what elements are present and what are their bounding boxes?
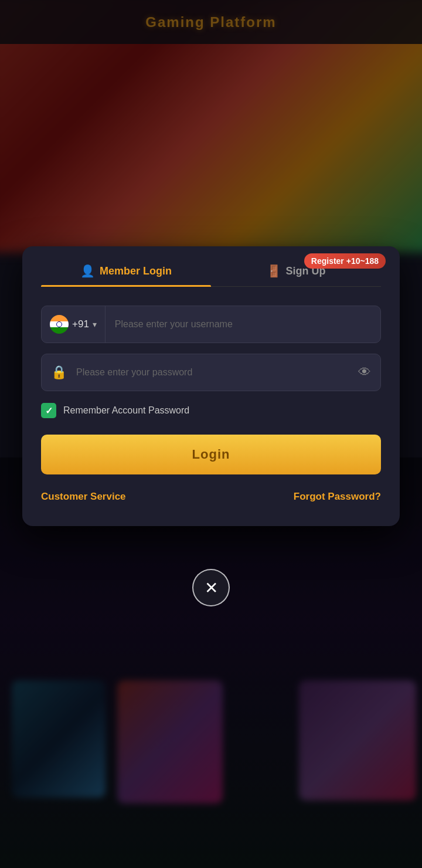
remember-label: Remember Account Password	[63, 405, 189, 416]
password-input[interactable]	[76, 354, 349, 391]
tab-login[interactable]: 👤 Member Login	[41, 264, 211, 286]
forgot-password-link[interactable]: Forgot Password?	[294, 491, 381, 503]
member-icon: 👤	[80, 264, 95, 278]
footer-links: Customer Service Forgot Password?	[41, 491, 381, 503]
username-group: +91 ▾	[41, 306, 381, 343]
close-button[interactable]: ✕	[192, 569, 230, 606]
signup-icon: 🚪	[267, 264, 281, 278]
flag-mid	[50, 321, 69, 328]
close-icon: ✕	[205, 578, 218, 598]
chevron-down-icon: ▾	[93, 320, 97, 329]
lock-icon: 🔒	[42, 365, 76, 380]
remember-checkbox[interactable]	[41, 403, 56, 418]
customer-service-link[interactable]: Customer Service	[41, 491, 126, 503]
remember-row: Remember Account Password	[41, 403, 381, 418]
india-flag	[50, 315, 69, 334]
tab-signup[interactable]: 🚪 Sign Up Register +10~188	[211, 264, 381, 286]
flag-top	[50, 315, 69, 321]
country-code: +91	[72, 318, 89, 330]
auth-tabs: 👤 Member Login 🚪 Sign Up Register +10~18…	[41, 264, 381, 287]
flag-bot	[50, 327, 69, 334]
country-selector[interactable]: +91 ▾	[42, 306, 106, 343]
tab-login-label: Member Login	[100, 265, 172, 277]
username-input[interactable]	[106, 306, 380, 343]
login-button[interactable]: Login	[41, 435, 381, 474]
password-group: 🔒 👁	[41, 354, 381, 391]
register-badge: Register +10~188	[304, 253, 386, 269]
login-modal: 👤 Member Login 🚪 Sign Up Register +10~18…	[22, 246, 400, 526]
password-input-wrapper: 🔒 👁	[41, 354, 381, 391]
eye-icon[interactable]: 👁	[349, 365, 380, 380]
ashoka-wheel	[56, 321, 62, 327]
username-input-wrapper: +91 ▾	[41, 306, 381, 343]
